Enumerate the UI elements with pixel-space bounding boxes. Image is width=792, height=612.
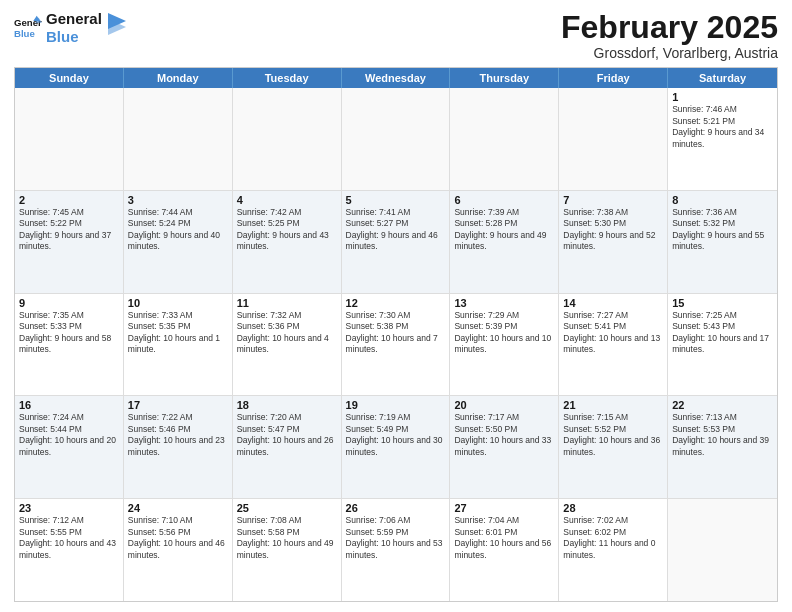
day-number: 6 — [454, 194, 554, 206]
calendar-row-1: 2Sunrise: 7:45 AM Sunset: 5:22 PM Daylig… — [15, 191, 777, 294]
calendar-cell-2-0: 9Sunrise: 7:35 AM Sunset: 5:33 PM Daylig… — [15, 294, 124, 396]
calendar-cell-2-3: 12Sunrise: 7:30 AM Sunset: 5:38 PM Dayli… — [342, 294, 451, 396]
day-info: Sunrise: 7:02 AM Sunset: 6:02 PM Dayligh… — [563, 515, 663, 561]
calendar-row-2: 9Sunrise: 7:35 AM Sunset: 5:33 PM Daylig… — [15, 294, 777, 397]
day-number: 22 — [672, 399, 773, 411]
calendar-cell-4-3: 26Sunrise: 7:06 AM Sunset: 5:59 PM Dayli… — [342, 499, 451, 601]
day-number: 27 — [454, 502, 554, 514]
day-info: Sunrise: 7:24 AM Sunset: 5:44 PM Dayligh… — [19, 412, 119, 458]
day-info: Sunrise: 7:20 AM Sunset: 5:47 PM Dayligh… — [237, 412, 337, 458]
calendar-header: SundayMondayTuesdayWednesdayThursdayFrid… — [15, 68, 777, 88]
calendar-cell-4-5: 28Sunrise: 7:02 AM Sunset: 6:02 PM Dayli… — [559, 499, 668, 601]
calendar-cell-2-2: 11Sunrise: 7:32 AM Sunset: 5:36 PM Dayli… — [233, 294, 342, 396]
day-number: 4 — [237, 194, 337, 206]
calendar-cell-3-3: 19Sunrise: 7:19 AM Sunset: 5:49 PM Dayli… — [342, 396, 451, 498]
calendar-cell-3-1: 17Sunrise: 7:22 AM Sunset: 5:46 PM Dayli… — [124, 396, 233, 498]
calendar-cell-0-0 — [15, 88, 124, 190]
day-info: Sunrise: 7:30 AM Sunset: 5:38 PM Dayligh… — [346, 310, 446, 356]
day-number: 15 — [672, 297, 773, 309]
title-block: February 2025 Grossdorf, Vorarlberg, Aus… — [561, 10, 778, 61]
calendar-cell-0-1 — [124, 88, 233, 190]
day-number: 17 — [128, 399, 228, 411]
calendar-cell-1-5: 7Sunrise: 7:38 AM Sunset: 5:30 PM Daylig… — [559, 191, 668, 293]
day-info: Sunrise: 7:12 AM Sunset: 5:55 PM Dayligh… — [19, 515, 119, 561]
day-info: Sunrise: 7:27 AM Sunset: 5:41 PM Dayligh… — [563, 310, 663, 356]
day-number: 9 — [19, 297, 119, 309]
day-info: Sunrise: 7:35 AM Sunset: 5:33 PM Dayligh… — [19, 310, 119, 356]
day-info: Sunrise: 7:15 AM Sunset: 5:52 PM Dayligh… — [563, 412, 663, 458]
calendar-row-3: 16Sunrise: 7:24 AM Sunset: 5:44 PM Dayli… — [15, 396, 777, 499]
day-number: 8 — [672, 194, 773, 206]
day-number: 19 — [346, 399, 446, 411]
calendar-cell-3-0: 16Sunrise: 7:24 AM Sunset: 5:44 PM Dayli… — [15, 396, 124, 498]
calendar-cell-1-4: 6Sunrise: 7:39 AM Sunset: 5:28 PM Daylig… — [450, 191, 559, 293]
day-info: Sunrise: 7:29 AM Sunset: 5:39 PM Dayligh… — [454, 310, 554, 356]
calendar-cell-0-2 — [233, 88, 342, 190]
day-number: 21 — [563, 399, 663, 411]
calendar-cell-0-3 — [342, 88, 451, 190]
day-number: 24 — [128, 502, 228, 514]
day-number: 14 — [563, 297, 663, 309]
calendar-cell-1-6: 8Sunrise: 7:36 AM Sunset: 5:32 PM Daylig… — [668, 191, 777, 293]
calendar-cell-0-5 — [559, 88, 668, 190]
calendar-cell-4-6 — [668, 499, 777, 601]
day-number: 16 — [19, 399, 119, 411]
day-number: 10 — [128, 297, 228, 309]
day-number: 23 — [19, 502, 119, 514]
weekday-header-saturday: Saturday — [668, 68, 777, 88]
logo: General Blue General Blue — [14, 10, 126, 46]
day-info: Sunrise: 7:17 AM Sunset: 5:50 PM Dayligh… — [454, 412, 554, 458]
day-info: Sunrise: 7:32 AM Sunset: 5:36 PM Dayligh… — [237, 310, 337, 356]
day-number: 12 — [346, 297, 446, 309]
day-number: 5 — [346, 194, 446, 206]
day-number: 26 — [346, 502, 446, 514]
calendar-cell-3-2: 18Sunrise: 7:20 AM Sunset: 5:47 PM Dayli… — [233, 396, 342, 498]
day-number: 20 — [454, 399, 554, 411]
logo-icon: General Blue — [14, 14, 42, 42]
calendar-cell-0-6: 1Sunrise: 7:46 AM Sunset: 5:21 PM Daylig… — [668, 88, 777, 190]
calendar-body: 1Sunrise: 7:46 AM Sunset: 5:21 PM Daylig… — [15, 88, 777, 601]
day-info: Sunrise: 7:42 AM Sunset: 5:25 PM Dayligh… — [237, 207, 337, 253]
calendar-cell-2-6: 15Sunrise: 7:25 AM Sunset: 5:43 PM Dayli… — [668, 294, 777, 396]
logo-general-text: General — [46, 10, 102, 28]
day-info: Sunrise: 7:06 AM Sunset: 5:59 PM Dayligh… — [346, 515, 446, 561]
day-info: Sunrise: 7:44 AM Sunset: 5:24 PM Dayligh… — [128, 207, 228, 253]
weekday-header-monday: Monday — [124, 68, 233, 88]
day-info: Sunrise: 7:19 AM Sunset: 5:49 PM Dayligh… — [346, 412, 446, 458]
weekday-header-tuesday: Tuesday — [233, 68, 342, 88]
day-info: Sunrise: 7:36 AM Sunset: 5:32 PM Dayligh… — [672, 207, 773, 253]
svg-text:Blue: Blue — [14, 28, 35, 39]
day-number: 11 — [237, 297, 337, 309]
calendar-cell-3-5: 21Sunrise: 7:15 AM Sunset: 5:52 PM Dayli… — [559, 396, 668, 498]
logo-arrow-icon — [108, 13, 126, 35]
calendar-cell-3-6: 22Sunrise: 7:13 AM Sunset: 5:53 PM Dayli… — [668, 396, 777, 498]
calendar-cell-2-1: 10Sunrise: 7:33 AM Sunset: 5:35 PM Dayli… — [124, 294, 233, 396]
header: General Blue General Blue February 2025 … — [14, 10, 778, 61]
calendar: SundayMondayTuesdayWednesdayThursdayFrid… — [14, 67, 778, 602]
day-number: 2 — [19, 194, 119, 206]
day-number: 1 — [672, 91, 773, 103]
day-number: 18 — [237, 399, 337, 411]
day-info: Sunrise: 7:25 AM Sunset: 5:43 PM Dayligh… — [672, 310, 773, 356]
weekday-header-wednesday: Wednesday — [342, 68, 451, 88]
day-number: 13 — [454, 297, 554, 309]
day-info: Sunrise: 7:45 AM Sunset: 5:22 PM Dayligh… — [19, 207, 119, 253]
calendar-cell-1-2: 4Sunrise: 7:42 AM Sunset: 5:25 PM Daylig… — [233, 191, 342, 293]
calendar-row-0: 1Sunrise: 7:46 AM Sunset: 5:21 PM Daylig… — [15, 88, 777, 191]
day-info: Sunrise: 7:39 AM Sunset: 5:28 PM Dayligh… — [454, 207, 554, 253]
weekday-header-sunday: Sunday — [15, 68, 124, 88]
calendar-cell-2-4: 13Sunrise: 7:29 AM Sunset: 5:39 PM Dayli… — [450, 294, 559, 396]
day-number: 7 — [563, 194, 663, 206]
weekday-header-friday: Friday — [559, 68, 668, 88]
calendar-cell-4-4: 27Sunrise: 7:04 AM Sunset: 6:01 PM Dayli… — [450, 499, 559, 601]
calendar-cell-4-2: 25Sunrise: 7:08 AM Sunset: 5:58 PM Dayli… — [233, 499, 342, 601]
day-info: Sunrise: 7:08 AM Sunset: 5:58 PM Dayligh… — [237, 515, 337, 561]
day-info: Sunrise: 7:41 AM Sunset: 5:27 PM Dayligh… — [346, 207, 446, 253]
calendar-row-4: 23Sunrise: 7:12 AM Sunset: 5:55 PM Dayli… — [15, 499, 777, 601]
calendar-cell-1-3: 5Sunrise: 7:41 AM Sunset: 5:27 PM Daylig… — [342, 191, 451, 293]
day-info: Sunrise: 7:10 AM Sunset: 5:56 PM Dayligh… — [128, 515, 228, 561]
day-info: Sunrise: 7:22 AM Sunset: 5:46 PM Dayligh… — [128, 412, 228, 458]
calendar-cell-3-4: 20Sunrise: 7:17 AM Sunset: 5:50 PM Dayli… — [450, 396, 559, 498]
day-info: Sunrise: 7:46 AM Sunset: 5:21 PM Dayligh… — [672, 104, 773, 150]
day-info: Sunrise: 7:13 AM Sunset: 5:53 PM Dayligh… — [672, 412, 773, 458]
